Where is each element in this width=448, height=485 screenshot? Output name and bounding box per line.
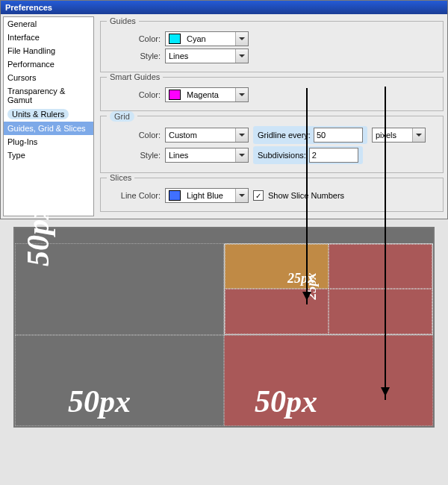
arrow-subdiv — [306, 88, 308, 304]
slices-color-value: Light Blue — [184, 191, 235, 200]
grid-style-label: Style: — [107, 151, 161, 160]
sidebar-item-general[interactable]: General — [4, 17, 93, 31]
sidebar-item-cursors[interactable]: Cursors — [4, 71, 93, 84]
magenta-swatch — [169, 90, 181, 100]
guides-color-label: Color: — [107, 34, 161, 43]
sidebar-item-performance[interactable]: Performance — [4, 57, 93, 71]
label-50px-right: 50px — [255, 384, 317, 419]
smart-guides-group: Smart Guides Color: Magenta — [100, 77, 444, 111]
slices-legend: Slices — [107, 173, 134, 182]
grid-color-select[interactable]: Custom — [165, 128, 249, 143]
arrow-gridline — [385, 87, 386, 400]
sidebar-item-guides-grid-slices[interactable]: Guides, Grid & Slices — [4, 122, 93, 135]
sidebar-item-transparency-gamut[interactable]: Transparency & Gamut — [4, 84, 93, 107]
preferences-window: Preferences GeneralInterfaceFile Handlin… — [0, 0, 448, 219]
subdiv-label: Subdivisions: — [258, 151, 306, 160]
smart-color-label: Color: — [107, 90, 161, 99]
slices-color-label: Line Color: — [107, 191, 161, 200]
guides-group: Guides Color: Cyan Style: Lines — [100, 21, 444, 72]
smart-color-select[interactable]: Magenta — [165, 87, 249, 102]
guides-legend: Guides — [107, 16, 139, 25]
grid-group: Grid Color: Custom Gridline every: pixel… — [100, 116, 444, 173]
chevron-down-icon — [235, 128, 248, 142]
label-50px-left: 50px — [68, 384, 131, 419]
guides-style-value: Lines — [166, 51, 235, 60]
guides-color-select[interactable]: Cyan — [165, 31, 249, 46]
lightblue-swatch — [169, 190, 181, 201]
gridline-label: Gridline every: — [258, 131, 311, 140]
grid-style-select[interactable]: Lines — [165, 148, 249, 163]
grid-illustration: 50px 50px 25px 25px 50px — [13, 227, 435, 428]
chevron-down-icon — [235, 88, 248, 101]
cyan-swatch — [169, 34, 181, 44]
chevron-down-icon — [235, 32, 248, 46]
chevron-down-icon — [235, 49, 248, 63]
gridline-every-field: Gridline every: — [253, 126, 367, 144]
sidebar-item-units-rulers[interactable]: Units & Rulers — [4, 107, 93, 122]
smart-color-value: Magenta — [184, 90, 235, 99]
slices-color-select[interactable]: Light Blue — [165, 188, 249, 203]
smart-legend: Smart Guides — [107, 72, 163, 81]
window-title: Preferences — [1, 1, 447, 14]
gridline-input[interactable] — [314, 128, 363, 143]
grid-unit-select[interactable]: pixels — [372, 128, 426, 143]
subdivisions-field: Subdivisions: — [253, 146, 363, 164]
category-sidebar: GeneralInterfaceFile HandlingPerformance… — [3, 16, 94, 216]
slices-group: Slices Line Color: Light Blue ✓ Show Sli… — [100, 178, 444, 212]
label-25px-horiz: 25px — [287, 271, 314, 287]
subdiv-input[interactable] — [309, 148, 358, 163]
sidebar-item-interface[interactable]: Interface — [4, 31, 93, 44]
grid-unit-value: pixels — [373, 131, 412, 140]
sidebar-item-plug-ins[interactable]: Plug-Ins — [4, 135, 93, 148]
main-panel: Guides Color: Cyan Style: Lines — [96, 14, 447, 219]
show-slice-numbers-checkbox[interactable]: ✓ — [253, 190, 264, 201]
sidebar-item-type[interactable]: Type — [4, 148, 93, 162]
sidebar-item-file-handling[interactable]: File Handling — [4, 44, 93, 57]
guides-style-label: Style: — [107, 51, 161, 60]
chevron-down-icon — [235, 189, 248, 202]
guides-color-value: Cyan — [184, 34, 235, 43]
chevron-down-icon — [412, 128, 425, 142]
grid-color-label: Color: — [107, 131, 161, 140]
label-50px-vertical: 50px — [20, 204, 56, 266]
grid-legend: Grid — [107, 111, 137, 122]
grid-style-value: Lines — [166, 151, 235, 160]
guides-style-select[interactable]: Lines — [165, 48, 249, 63]
grid-color-value: Custom — [166, 131, 235, 140]
chevron-down-icon — [235, 148, 248, 162]
